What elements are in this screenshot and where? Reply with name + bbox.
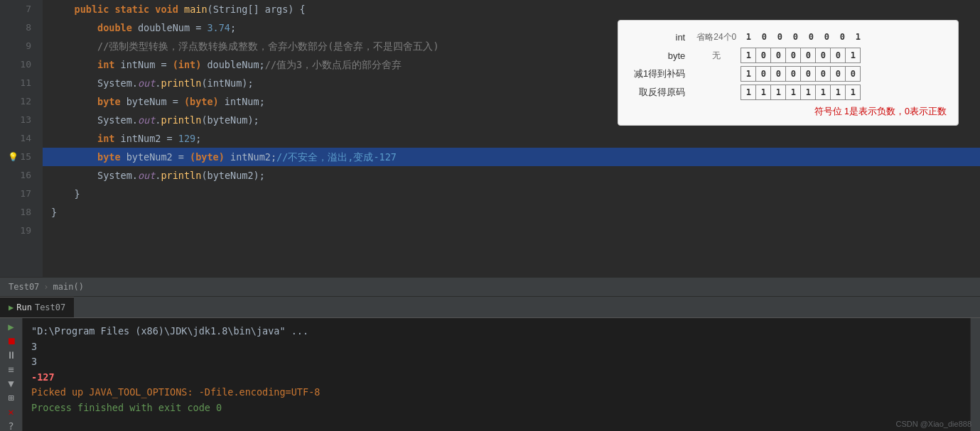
bit-cell-1-1: 0 [755, 48, 771, 63]
panel-content: ▶⏹⏸≡▼⊞✕? "D:\Program Files (x86)\JDK\jdk… [0, 318, 980, 431]
editor-area: 7891011121314💡1516171819 public static v… [0, 0, 980, 277]
tooltip-skip-2 [692, 65, 741, 83]
breadcrumb-method: main() [53, 282, 84, 292]
close-output-button[interactable]: ✕ [4, 406, 19, 418]
bit-cell-1-6: 0 [830, 48, 846, 63]
rerun-button[interactable]: ≡ [4, 364, 19, 375]
right-scrollbar[interactable] [970, 318, 980, 431]
pause-button[interactable]: ⏸ [4, 349, 19, 361]
code-line-14: int intNum2 = 129; [43, 129, 980, 148]
tab-run-file: Test07 [35, 302, 65, 312]
tooltip-row-0: int省略24个010000001 [630, 28, 866, 46]
layout-button[interactable]: ⊞ [4, 392, 19, 403]
line-number-8: 8 [0, 18, 37, 37]
bit-cell-0-1: 0 [756, 29, 772, 45]
bottom-panel: ▶ Run Test07 ▶⏹⏸≡▼⊞✕? "D:\Program Files … [0, 297, 980, 431]
bit-cell-3-3: 1 [785, 84, 801, 100]
panel-toolbar: ▶⏹⏸≡▼⊞✕? [0, 318, 23, 431]
stop-button[interactable]: ⏹ [4, 335, 19, 347]
tab-run-label: Run [16, 302, 32, 312]
breadcrumb: Test07 › main() [0, 277, 980, 297]
tab-run[interactable]: ▶ Run Test07 [0, 297, 74, 317]
bit-cell-0-7: 1 [850, 29, 866, 45]
code-line-17: } [43, 185, 980, 203]
bit-cell-1-5: 0 [815, 48, 831, 63]
tooltip-note: 符号位 1是表示负数，0表示正数 [630, 106, 947, 118]
code-line-16: System.out.println(byteNum2); [43, 166, 980, 185]
code-line-19 [43, 222, 980, 240]
bit-cell-1-0: 1 [741, 48, 756, 63]
line-number-19: 19 [0, 222, 37, 240]
line-number-9: 9 [0, 37, 37, 55]
line-number-14: 14 [0, 129, 37, 148]
bit-cell-2-0: 1 [741, 66, 756, 82]
tooltip-skip-1: 无 [692, 46, 741, 65]
line-number-10: 10 [0, 55, 37, 74]
breadcrumb-file: Test07 [9, 282, 39, 292]
tooltip-row-2: 减1得到补码10000000 [630, 65, 866, 83]
bit-cell-2-7: 0 [845, 66, 861, 82]
bit-cell-1-4: 0 [800, 48, 816, 63]
bit-cell-2-5: 0 [815, 66, 831, 82]
tooltip-bits-0: 10000001 [741, 28, 866, 46]
bit-cell-0-3: 0 [787, 29, 803, 45]
tooltip-bits-1: 10000001 [741, 46, 866, 65]
bit-cell-2-1: 0 [755, 66, 771, 82]
line-number-17: 17 [0, 185, 37, 203]
tooltip-row-3: 取反得原码11111111 [630, 83, 866, 102]
line-number-7: 7 [0, 0, 37, 18]
bit-cell-3-1: 1 [755, 84, 771, 100]
line-number-15: 💡15 [0, 148, 37, 166]
bit-cell-3-4: 1 [800, 84, 816, 100]
bit-cell-1-7: 1 [845, 48, 861, 63]
bit-cell-0-4: 0 [803, 29, 819, 45]
bit-cell-3-2: 1 [770, 84, 786, 100]
lightbulb-icon: 💡 [8, 148, 18, 166]
bit-cell-3-6: 1 [830, 84, 846, 100]
code-line-18: } [43, 203, 980, 222]
line-number-16: 16 [0, 166, 37, 185]
output-line-4: Picked up JAVA_TOOL_OPTIONS: -Dfile.enco… [31, 385, 962, 400]
tooltip-label-0: int [630, 28, 692, 46]
watermark: CSDN @Xiao_die888 [895, 420, 971, 428]
output-area: "D:\Program Files (x86)\JDK\jdk1.8\bin\j… [23, 318, 970, 431]
bit-cell-1-3: 0 [785, 48, 801, 63]
tooltip-row-1: byte无10000001 [630, 46, 866, 65]
bit-cell-1-2: 0 [770, 48, 786, 63]
tooltip-label-1: byte [630, 46, 692, 65]
output-line-2: 3 [31, 354, 962, 370]
code-line-7: public static void main(String[] args) { [43, 0, 980, 18]
bit-cell-2-3: 0 [785, 66, 801, 82]
bit-cell-3-0: 1 [741, 84, 756, 100]
bit-cell-0-5: 0 [819, 29, 834, 45]
tooltip-popup: int省略24个010000001byte无10000001减1得到补码1000… [618, 20, 959, 126]
tooltip-skip-0: 省略24个0 [692, 28, 741, 46]
help-button[interactable]: ? [4, 420, 19, 431]
output-line-3: -127 [31, 370, 962, 386]
bit-cell-3-5: 1 [815, 84, 831, 100]
tooltip-bits-2: 10000000 [741, 65, 866, 83]
bit-cell-3-7: 1 [845, 84, 861, 100]
tooltip-label-2: 减1得到补码 [630, 65, 692, 83]
bit-cell-2-2: 0 [770, 66, 786, 82]
line-numbers: 7891011121314💡1516171819 [0, 0, 43, 277]
tooltip-skip-3 [692, 83, 741, 102]
panel-tabs: ▶ Run Test07 [0, 297, 980, 318]
output-line-1: 3 [31, 339, 962, 355]
tooltip-label-3: 取反得原码 [630, 83, 692, 102]
scroll-down-button[interactable]: ▼ [4, 378, 19, 389]
bit-cell-2-6: 0 [830, 66, 846, 82]
bit-cell-0-0: 1 [741, 29, 756, 45]
line-number-12: 12 [0, 92, 37, 111]
run-icon: ▶ [9, 302, 14, 312]
code-line-15: byte byteNum2 = (byte) intNum2;//不安全，溢出,… [43, 148, 980, 166]
breadcrumb-separator: › [43, 282, 48, 292]
line-number-18: 18 [0, 203, 37, 222]
bit-cell-0-2: 0 [772, 29, 787, 45]
output-line-0: "D:\Program Files (x86)\JDK\jdk1.8\bin\j… [31, 324, 962, 339]
run-button[interactable]: ▶ [4, 321, 19, 332]
bit-cell-2-4: 0 [800, 66, 816, 82]
line-number-11: 11 [0, 74, 37, 92]
tooltip-bits-3: 11111111 [741, 83, 866, 102]
line-number-13: 13 [0, 111, 37, 129]
